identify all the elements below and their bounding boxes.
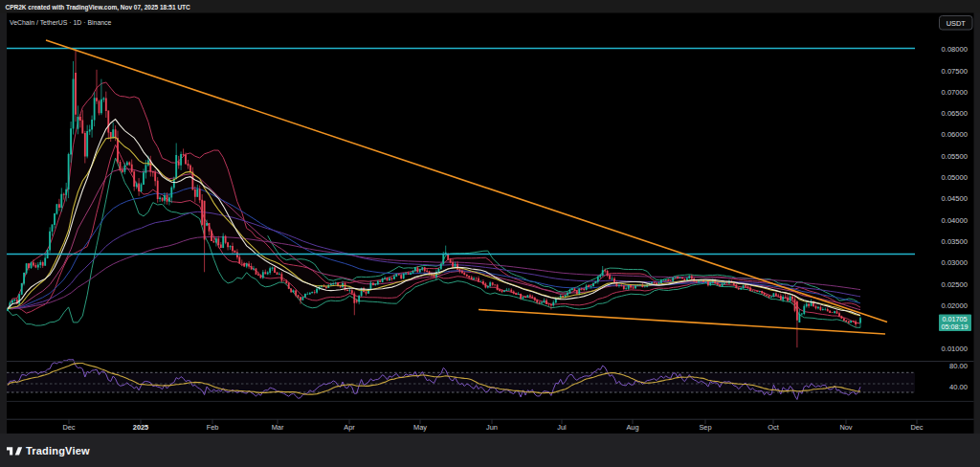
svg-text:USDT: USDT [947,19,967,28]
svg-text:0.03500: 0.03500 [942,237,968,246]
svg-text:0.06500: 0.06500 [942,109,968,118]
svg-text:0.02000: 0.02000 [942,301,968,310]
svg-text:0.01000: 0.01000 [942,345,968,353]
svg-text:80.00: 80.00 [949,362,968,370]
svg-text:Nov: Nov [839,423,852,432]
svg-text:2025: 2025 [133,423,148,432]
svg-text:0.06000: 0.06000 [942,130,968,139]
svg-text:Oct: Oct [768,423,779,432]
svg-text:40.00: 40.00 [949,383,968,391]
svg-text:0.07000: 0.07000 [942,88,968,97]
svg-text:0.04000: 0.04000 [942,216,968,225]
svg-text:Aug: Aug [626,423,638,432]
svg-text:TradingView: TradingView [26,445,90,456]
svg-text:Dec: Dec [62,423,75,432]
svg-text:Apr: Apr [344,423,355,432]
svg-text:Sep: Sep [699,423,711,432]
svg-text:Dec: Dec [910,423,923,432]
svg-text:0.02500: 0.02500 [942,280,968,289]
svg-text:Feb: Feb [207,423,219,432]
svg-text:0.08000: 0.08000 [942,45,968,54]
svg-text:CPR2K created with TradingView: CPR2K created with TradingView.com, Nov … [6,4,191,11]
svg-text:Jun: Jun [486,423,498,432]
svg-text:Mar: Mar [272,423,284,432]
svg-text:May: May [413,423,427,432]
svg-text:0.04500: 0.04500 [942,194,968,203]
svg-text:VeChain / TetherUS · 1D · Bina: VeChain / TetherUS · 1D · Binance [10,19,112,26]
svg-text:0.05500: 0.05500 [942,152,968,161]
svg-text:05:08:19: 05:08:19 [942,322,969,331]
svg-text:0.05000: 0.05000 [942,173,968,182]
svg-text:Jul: Jul [557,423,567,432]
svg-text:0.03000: 0.03000 [942,258,968,267]
svg-text:0.07500: 0.07500 [942,67,968,76]
